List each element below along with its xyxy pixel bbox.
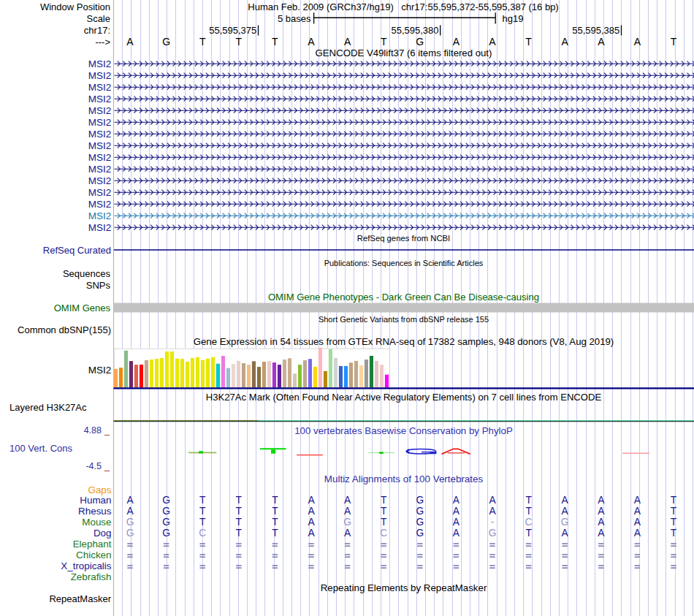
svg-text:Gene Expression in 54 tissues: Gene Expression in 54 tissues from GTEx … — [194, 336, 614, 347]
svg-text:A: A — [598, 506, 605, 517]
svg-text:hg19: hg19 — [503, 13, 524, 24]
svg-text:T: T — [236, 528, 243, 539]
svg-text:55,595,385: 55,595,385 — [572, 25, 619, 36]
svg-text:MSI2: MSI2 — [88, 94, 112, 104]
svg-text:MSI2: MSI2 — [88, 58, 112, 69]
svg-text:T: T — [236, 36, 243, 47]
svg-text:C: C — [199, 528, 206, 539]
svg-text:T: T — [272, 517, 278, 528]
svg-text:T: T — [272, 528, 278, 539]
svg-text:Mouse: Mouse — [82, 517, 111, 528]
svg-text:MSI2: MSI2 — [88, 365, 112, 376]
svg-text:A: A — [453, 528, 460, 539]
svg-text:H3K27Ac Mark (Often Found Near: H3K27Ac Mark (Often Found Near Active Re… — [206, 392, 602, 403]
svg-text:G: G — [416, 517, 424, 528]
svg-text:-: - — [491, 517, 495, 528]
svg-text:T: T — [671, 528, 677, 539]
svg-text:A: A — [126, 506, 134, 517]
svg-text:A: A — [126, 495, 134, 506]
svg-text:_: _ — [104, 425, 110, 436]
svg-text:Window Position: Window Position — [40, 1, 110, 12]
svg-text:4.88: 4.88 — [84, 425, 102, 436]
svg-text:A: A — [308, 528, 315, 539]
svg-text:A: A — [562, 528, 569, 539]
svg-text:GENCODE V49lift37 (6 items fil: GENCODE V49lift37 (6 items filtered out) — [316, 47, 492, 58]
svg-text:A: A — [308, 495, 315, 506]
svg-text:T: T — [199, 495, 206, 506]
svg-text:MSI2: MSI2 — [88, 117, 112, 128]
svg-text:C: C — [525, 517, 533, 528]
svg-text:T: T — [272, 36, 278, 47]
svg-text:Scale: Scale — [86, 13, 110, 24]
svg-text:A: A — [308, 36, 315, 47]
svg-text:T: T — [381, 36, 387, 47]
svg-text:MSI2: MSI2 — [88, 140, 112, 151]
svg-text:MSI2: MSI2 — [88, 164, 112, 175]
svg-text:100 vertebrates Basewise Conse: 100 vertebrates Basewise Conservation by… — [294, 425, 513, 436]
svg-text:Multiz Alignments of 100 Verte: Multiz Alignments of 100 Vertebrates — [324, 474, 484, 484]
svg-text:T: T — [381, 517, 387, 528]
svg-text:G: G — [162, 36, 170, 47]
svg-text:G: G — [561, 517, 569, 528]
svg-text:T: T — [525, 495, 532, 506]
svg-text:T: T — [272, 495, 278, 506]
svg-text:T: T — [199, 506, 206, 517]
svg-text:G: G — [126, 517, 134, 528]
svg-text:G: G — [416, 495, 424, 506]
svg-text:MSI2: MSI2 — [88, 152, 112, 163]
svg-text:MSI2: MSI2 — [88, 82, 112, 93]
svg-text:X_tropicalis: X_tropicalis — [61, 560, 112, 571]
svg-text:MSI2: MSI2 — [88, 222, 112, 233]
svg-text:G: G — [162, 517, 170, 528]
svg-text:RefSeq genes from NCBI: RefSeq genes from NCBI — [357, 234, 450, 243]
svg-text:G: G — [416, 506, 424, 517]
svg-text:MSI2: MSI2 — [88, 199, 112, 210]
svg-text:Repeating Elements by RepeatMa: Repeating Elements by RepeatMasker — [321, 582, 487, 593]
svg-text:5 bases: 5 bases — [278, 13, 311, 24]
svg-text:A: A — [489, 506, 496, 517]
svg-text:A: A — [453, 36, 460, 47]
svg-text:A: A — [562, 495, 569, 506]
svg-text:T: T — [199, 36, 206, 47]
svg-text:A: A — [308, 517, 315, 528]
svg-text:SNPs: SNPs — [86, 280, 111, 291]
svg-text:A: A — [126, 36, 134, 47]
svg-text:chr17:: chr17: — [84, 25, 110, 36]
svg-text:Human Feb. 2009 (GRCh37/hg19): Human Feb. 2009 (GRCh37/hg19) — [248, 1, 393, 12]
svg-text:G: G — [126, 528, 134, 539]
svg-text:T: T — [525, 36, 532, 47]
svg-text:RefSeq Curated: RefSeq Curated — [43, 245, 111, 256]
svg-text:A: A — [634, 506, 641, 517]
svg-text:T: T — [671, 495, 677, 506]
svg-text:A: A — [308, 506, 315, 517]
svg-text:OMIM Genes: OMIM Genes — [54, 303, 111, 313]
svg-text:A: A — [344, 506, 351, 517]
svg-text:A: A — [634, 495, 641, 506]
svg-text:chr17:55,595,372-55,595,387 (1: chr17:55,595,372-55,595,387 (16 bp) — [401, 1, 558, 12]
svg-text:A: A — [344, 36, 351, 47]
svg-text:MSI2: MSI2 — [88, 70, 112, 81]
svg-text:A: A — [598, 517, 605, 528]
svg-text:100 Vert. Cons: 100 Vert. Cons — [9, 443, 72, 454]
svg-text:A: A — [598, 495, 605, 506]
svg-text:T: T — [671, 517, 677, 528]
svg-text:A: A — [598, 528, 605, 539]
svg-text:T: T — [671, 36, 677, 47]
svg-text:A: A — [598, 36, 605, 47]
svg-text:G: G — [416, 528, 424, 539]
svg-text:C: C — [380, 528, 387, 539]
svg-text:Human: Human — [80, 495, 111, 506]
svg-text:Short Genetic Variants from db: Short Genetic Variants from dbSNP releas… — [319, 315, 489, 324]
svg-text:G: G — [489, 528, 497, 539]
svg-text:A: A — [344, 495, 351, 506]
svg-text:A: A — [634, 36, 641, 47]
svg-text:Sequences: Sequences — [63, 268, 111, 279]
svg-text:55,595,380: 55,595,380 — [391, 25, 438, 36]
svg-text:Dog: Dog — [94, 528, 112, 539]
svg-text:A: A — [562, 36, 569, 47]
svg-text:Rhesus: Rhesus — [78, 506, 112, 517]
svg-text:_: _ — [104, 461, 110, 471]
svg-text:A: A — [489, 495, 496, 506]
svg-text:MSI2: MSI2 — [88, 175, 112, 186]
svg-text:Zebrafish: Zebrafish — [71, 571, 112, 582]
